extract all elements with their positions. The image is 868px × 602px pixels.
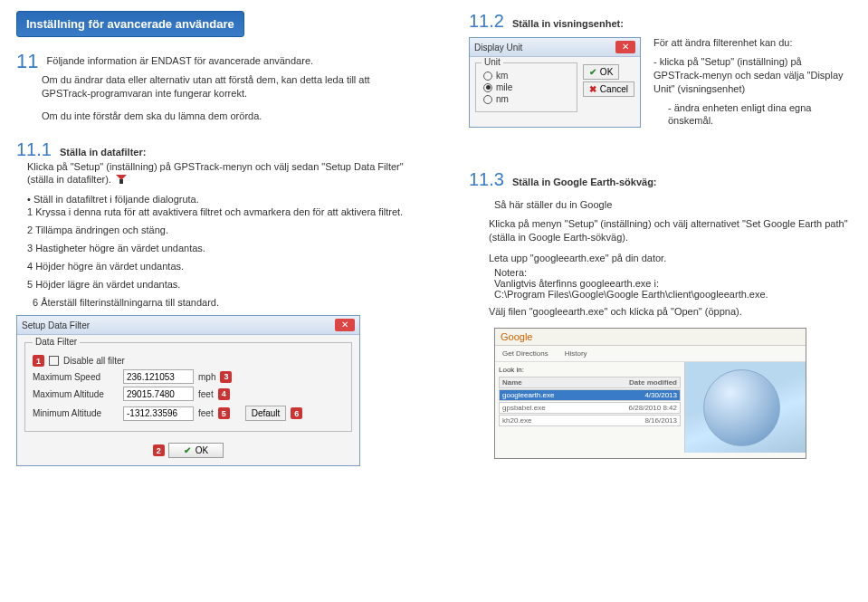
disable-filter-label: Disable all filter: [63, 356, 125, 366]
radio-km-label: km: [496, 71, 508, 81]
unit-group-label: Unit: [482, 57, 503, 67]
min-alt-input[interactable]: [123, 406, 194, 421]
ge-file-row[interactable]: kh20.exe8/16/2013: [499, 415, 681, 426]
ge-col-date: Date modified: [629, 378, 677, 387]
section-title-11-3: Ställa in Google Earth-sökväg:: [512, 177, 657, 187]
max-speed-label: Maximum Speed: [33, 372, 119, 382]
s11-1-step4: 4 Höjder högre än värdet undantas.: [27, 261, 415, 272]
s11-3-note2: C:\Program Files\Google\Google Earth\cli…: [494, 289, 849, 300]
s11-3-b3: Välj filen "googleearth.exe" och klicka …: [489, 305, 849, 319]
s11-1-step3: 3 Hastigheter högre än värdet undantas.: [27, 243, 415, 253]
radio-nm-label: nm: [496, 94, 509, 104]
s11-1-step2: 2 Tillämpa ändringen och stäng.: [27, 225, 415, 235]
s11-3-note-label: Notera:: [494, 267, 849, 278]
s11-1-bullet: Ställ in datafiltret i följande dialogru…: [27, 194, 415, 205]
intro-lead: Följande information är ENDAST för avanc…: [47, 55, 314, 66]
radio-km[interactable]: [483, 72, 492, 81]
default-button[interactable]: Default: [245, 406, 287, 421]
max-speed-input[interactable]: [123, 369, 194, 384]
section-number-11-3: 11.3: [469, 169, 504, 189]
badge-4: 4: [218, 388, 230, 400]
s11-2-b2: - ändra enheten enligt dina egna önskemå…: [668, 101, 849, 129]
google-earth-screenshot: Google Get Directions History Look in: N…: [494, 328, 806, 459]
data-filter-title: Setup Data Filter: [22, 320, 90, 330]
radio-nm[interactable]: [483, 95, 492, 104]
section-title-11-2: Ställa in visningsenhet:: [512, 18, 624, 29]
ge-lookin: Look in:: [499, 366, 524, 374]
section-number-11-1: 11.1: [16, 139, 52, 159]
badge-3: 3: [220, 371, 232, 383]
s11-3-b1: Klicka på menyn "Setup" (inställning) oc…: [489, 217, 849, 244]
radio-mile-label: mile: [496, 82, 512, 92]
section-number-11-2: 11.2: [469, 11, 504, 31]
intro-p2: Om du inte förstår dem ska du lämna dem …: [42, 110, 415, 123]
display-unit-ok-button[interactable]: ✔OK: [583, 64, 619, 80]
s11-3-intro: Så här ställer du in Google: [494, 199, 849, 210]
data-filter-dialog: Setup Data Filter ✕ Data Filter 1 Disabl…: [16, 315, 360, 466]
s11-2-b1: - klicka på "Setup" (inställning) på GPS…: [653, 55, 849, 96]
max-alt-input[interactable]: [123, 387, 194, 401]
s11-3-note1: Vanligtvis återfinns googleearth.exe i:: [494, 278, 849, 289]
s11-1-step5: 5 Höjder lägre än värdet undantas.: [27, 279, 415, 290]
close-icon[interactable]: ✕: [335, 319, 355, 331]
s11-1-step6: 6 Återställ filterinställningarna till s…: [33, 297, 415, 308]
radio-mile[interactable]: [483, 83, 492, 92]
ge-logo: Google: [495, 329, 806, 346]
s11-1-p1: Klicka på "Setup" (inställning) på GPSTr…: [27, 160, 415, 187]
display-unit-cancel-button[interactable]: ✖Cancel: [583, 81, 634, 97]
display-unit-title: Display Unit: [474, 43, 522, 53]
check-icon: ✔: [589, 67, 596, 77]
s11-2-intro: För att ändra filterenhet kan du:: [653, 37, 849, 48]
ge-col-name: Name: [502, 378, 522, 387]
x-icon: ✖: [589, 84, 596, 94]
section-number-11: 11: [16, 50, 38, 72]
check-icon: ✔: [184, 445, 191, 455]
max-speed-unit: mph: [198, 372, 215, 382]
min-alt-label: Minimum Altitude: [33, 408, 119, 418]
intro-p1: Om du ändrar data eller alternativ utan …: [42, 73, 415, 100]
s11-1-step1: 1 Kryssa i denna ruta för att avaktivera…: [27, 206, 415, 217]
min-alt-unit: feet: [198, 408, 214, 418]
data-filter-group-label: Data Filter: [33, 337, 80, 347]
max-alt-label: Maximum Altitude: [33, 389, 119, 399]
page-title: Inställning för avancerade användare: [16, 11, 244, 37]
badge-1: 1: [33, 355, 44, 367]
funnel-icon: [116, 175, 127, 186]
ge-tab-1: Get Directions: [502, 349, 548, 358]
badge-2: 2: [153, 444, 165, 456]
close-icon[interactable]: ✕: [615, 41, 635, 53]
s11-3-b2: Leta upp "googleearth.exe" på din dator.: [489, 252, 849, 265]
data-filter-ok-button[interactable]: ✔ OK: [168, 443, 224, 458]
ge-tab-2: History: [565, 349, 587, 358]
display-unit-dialog: Display Unit ✕ Unit km mile nm ✔OK ✖Canc…: [469, 37, 641, 128]
disable-filter-checkbox[interactable]: [49, 356, 59, 366]
badge-5: 5: [218, 407, 230, 419]
badge-6: 6: [291, 407, 302, 419]
ge-file-row[interactable]: gpsbabel.exe6/28/2010 8:42: [499, 402, 681, 414]
section-title-11-1: Ställa in datafilter:: [60, 147, 146, 158]
ge-file-row-selected[interactable]: googleearth.exe4/30/2013: [499, 389, 681, 401]
max-alt-unit: feet: [198, 389, 214, 399]
globe-icon: [703, 369, 780, 446]
